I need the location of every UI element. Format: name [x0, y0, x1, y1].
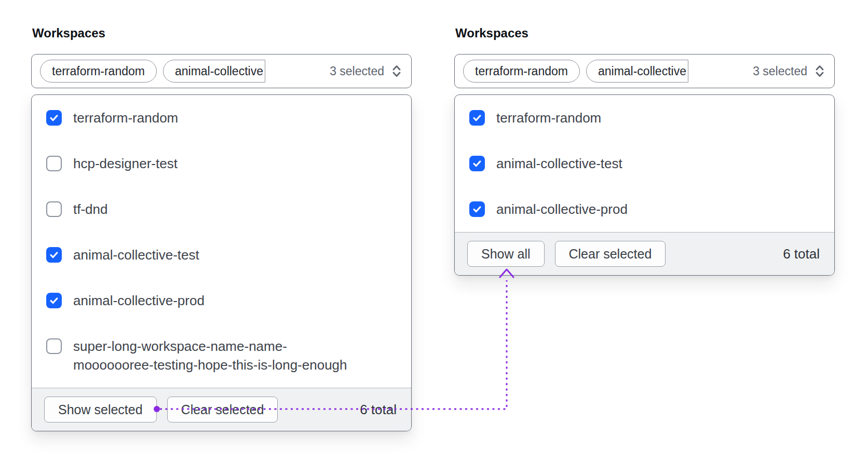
workspace-checkbox[interactable] — [46, 156, 62, 171]
workspaces-listbox: terraform-random animal-collective-test … — [454, 94, 835, 276]
option-label-line: terraform-random — [73, 108, 178, 127]
total-count: 6 total — [783, 246, 822, 262]
workspace-checkbox[interactable] — [46, 293, 62, 308]
workspace-checkbox[interactable] — [46, 247, 62, 263]
workspaces-listbox: terraform-random hcp-designer-test tf-dn… — [31, 94, 412, 431]
workspace-option-label: animal-collective-test — [73, 246, 199, 264]
workspace-checkbox[interactable] — [46, 201, 62, 217]
selected-pill: terraform-random — [40, 60, 157, 83]
total-count: 6 total — [360, 402, 399, 418]
chevrons-up-down-icon — [390, 63, 403, 79]
workspaces-select-trigger[interactable]: terraform-random animal-collective 3 sel… — [31, 54, 412, 88]
option-label-line: animal-collective-prod — [496, 200, 628, 219]
workspace-option-label: terraform-random — [73, 108, 178, 127]
show-all-button[interactable]: Show all — [467, 241, 545, 267]
workspace-option[interactable]: animal-collective-prod — [32, 278, 411, 323]
workspace-option[interactable]: animal-collective-test — [32, 232, 411, 278]
workspace-option[interactable]: terraform-random — [32, 95, 411, 141]
workspace-option[interactable]: hcp-designer-test — [32, 141, 411, 186]
workspace-checkbox[interactable] — [469, 110, 485, 126]
selected-pill-truncated: animal-collective — [586, 60, 688, 83]
option-label-line: animal-collective-test — [73, 246, 199, 264]
check-icon — [48, 112, 60, 124]
workspace-option-label: terraform-random — [496, 108, 601, 127]
workspace-checkbox[interactable] — [469, 201, 485, 217]
listbox-footer: Show all Clear selected 6 total — [455, 232, 834, 275]
workspace-checkbox[interactable] — [46, 110, 62, 126]
workspace-option-label: animal-collective-prod — [496, 200, 628, 219]
selected-count-text: 3 selected — [330, 64, 384, 78]
workspace-option-label: animal-collective-test — [496, 154, 622, 173]
clear-selected-button[interactable]: Clear selected — [555, 241, 666, 267]
check-icon — [471, 203, 483, 215]
option-label-line: mooooooree-testing-hope-this-is-long-eno… — [73, 356, 347, 374]
workspaces-select-trigger[interactable]: terraform-random animal-collective 3 sel… — [454, 54, 835, 88]
clear-selected-button[interactable]: Clear selected — [167, 397, 278, 423]
workspaces-label: Workspaces — [455, 26, 835, 40]
workspace-option[interactable]: animal-collective-test — [455, 141, 834, 186]
option-label-line: terraform-random — [496, 108, 601, 127]
selected-count-text: 3 selected — [753, 64, 807, 78]
workspace-checkbox[interactable] — [469, 156, 485, 171]
option-label-line: hcp-designer-test — [73, 154, 178, 173]
workspace-option-label: super-long-workspace-name-name- moooooor… — [73, 337, 347, 374]
workspaces-multiselect-before: Workspaces terraform-random animal-colle… — [31, 26, 412, 431]
workspace-option[interactable]: animal-collective-prod — [455, 186, 834, 232]
selected-pill-truncated: animal-collective — [163, 60, 265, 83]
selected-count: 3 selected — [330, 63, 403, 79]
option-label-line: animal-collective-test — [496, 154, 622, 173]
workspace-option[interactable]: terraform-random — [455, 95, 834, 141]
selected-pill: terraform-random — [463, 60, 580, 83]
workspace-option-label: tf-dnd — [73, 200, 108, 219]
workspace-option[interactable]: super-long-workspace-name-name- moooooor… — [32, 323, 411, 388]
workspaces-multiselect-after: Workspaces terraform-random animal-colle… — [454, 26, 835, 276]
chevrons-up-down-icon — [813, 63, 826, 79]
check-icon — [48, 295, 60, 306]
workspaces-label: Workspaces — [32, 26, 412, 40]
check-icon — [471, 158, 483, 169]
workspace-option-label: hcp-designer-test — [73, 154, 178, 173]
workspace-option-label: animal-collective-prod — [73, 291, 205, 310]
selected-count: 3 selected — [753, 63, 826, 79]
check-icon — [471, 112, 483, 124]
option-label-line: super-long-workspace-name-name- — [73, 337, 347, 356]
option-label-line: animal-collective-prod — [73, 291, 205, 310]
workspace-option[interactable]: tf-dnd — [32, 186, 411, 232]
workspace-checkbox[interactable] — [46, 338, 62, 354]
show-selected-button[interactable]: Show selected — [44, 397, 157, 423]
option-label-line: tf-dnd — [73, 200, 108, 219]
check-icon — [48, 249, 60, 261]
listbox-footer: Show selected Clear selected 6 total — [32, 388, 411, 431]
